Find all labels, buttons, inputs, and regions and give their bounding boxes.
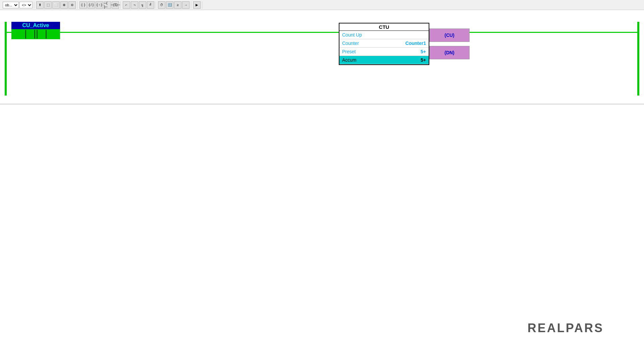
zoom-in-btn[interactable]: ⊕ [60,1,68,9]
toolbar-group-functions: ⏱ 🔢 ≥ → [157,1,191,9]
rung-line-top [7,32,637,33]
rung-separator [0,104,644,104]
ctu-row-preset: Preset 5+ [339,48,429,56]
toolbar-dropdown-2[interactable]: <> [19,2,33,8]
ctu-title: CTU [339,23,429,31]
ctu-counter-label: Counter [342,41,359,46]
ctu-accum-label: Accum [342,57,357,63]
ctu-row-count-up: Count Up [339,31,429,39]
ctu-counter-value: Counter1 [406,41,426,46]
ctu-row-counter: Counter Counter1 [339,39,429,48]
move-inst-btn[interactable]: → [182,1,190,9]
compare-btn[interactable]: ≥ [174,1,181,9]
ctu-block[interactable]: CTU Count Up Counter Counter1 Preset 5+ … [339,23,429,65]
ctu-preset-value: 5+ [421,49,426,54]
counter-btn[interactable]: 🔢 [166,1,173,9]
ladder-area: CU_Active CTU Count Up Counter Counter1 … [0,10,644,362]
contact-symbol [11,29,60,39]
branch-close-btn[interactable]: ¬ [131,1,138,9]
ctu-accum-value: 5+ [421,57,426,63]
timer-btn[interactable]: ⏱ [158,1,165,9]
cu-output-coil[interactable]: (CU) [429,28,470,42]
contact-symbol-inner [11,29,60,39]
ctu-count-up-label: Count Up [342,32,362,38]
toolbar-dropdown-1[interactable]: ob... [3,2,19,8]
ctu-preset-label: Preset [342,49,356,54]
ctu-row-accum: Accum 5+ [339,56,429,64]
toolbar-group-dropdown: ob... <> [1,2,34,8]
dn-output-coil[interactable]: (DN) [429,46,470,59]
move-btn[interactable]: ⬆ [36,1,44,9]
branch-open-btn[interactable]: ⌐ [123,1,130,9]
zoom-out-btn[interactable]: ⊖ [68,1,76,9]
toolbar-group-arrow: ▶ [192,1,202,9]
contact-label: CU_Active [11,22,60,29]
contact-pos-btn[interactable]: ┤↑├ [96,1,103,9]
contact-nc-btn[interactable]: ┤/├ [88,1,95,9]
toolbar-group-ladder: ┤├ ┤/├ ┤↑├ ─( )─ ─(S)─ [78,1,121,9]
toolbar-group-nav: ⬆ ⬚ ⬜ ⊕ ⊖ [35,1,77,9]
coil-set-btn[interactable]: ─(S)─ [112,1,119,9]
contact-btn[interactable]: ┤├ [79,1,87,9]
branch2-btn[interactable]: ╗ [139,1,146,9]
left-power-rail [5,22,7,96]
toolbar: ob... <> ⬆ ⬚ ⬜ ⊕ ⊖ ┤├ ┤/├ ┤↑├ ─( )─ ─(S)… [0,0,644,10]
toolbar-group-branch: ⌐ ¬ ╗ ╝ [121,1,156,9]
right-power-rail [637,22,639,96]
coil-btn[interactable]: ─( )─ [104,1,111,9]
contact-right-bar [37,30,47,39]
contact-cu-active[interactable]: CU_Active [11,22,60,43]
dn-coil-label: (DN) [444,50,454,55]
run-btn[interactable]: ▶ [193,1,201,9]
branch3-btn[interactable]: ╝ [147,1,154,9]
contact-left-bar [25,30,35,39]
lasso-btn[interactable]: ⬜ [52,1,60,9]
cu-coil-label: (CU) [444,33,454,38]
watermark: REALPARS [528,321,604,335]
select-btn[interactable]: ⬚ [44,1,52,9]
